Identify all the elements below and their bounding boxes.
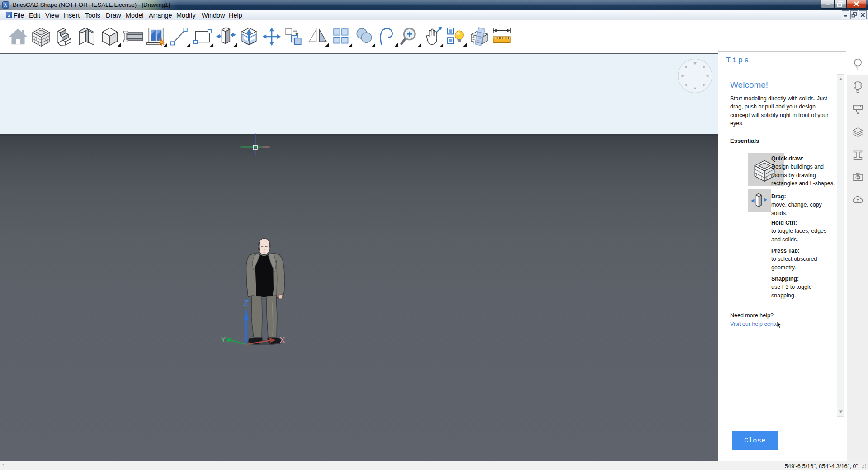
svg-text:Y: Y [221,335,226,344]
svg-text:Z: Z [243,298,249,308]
svg-text:X: X [280,336,285,344]
